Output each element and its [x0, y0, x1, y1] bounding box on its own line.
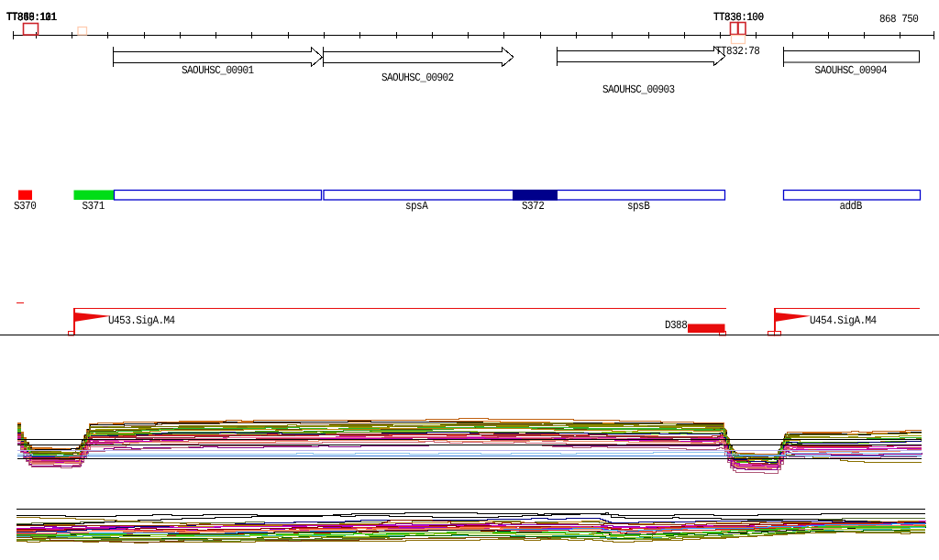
- svg-text:SAOUHSC_00902: SAOUHSC_00902: [381, 72, 454, 85]
- svg-text:U454.SigA.M4: U454.SigA.M4: [810, 315, 878, 328]
- svg-text:S370: S370: [14, 201, 36, 214]
- svg-text:TT836:100: TT836:100: [713, 12, 763, 25]
- svg-text:SAOUHSC_00901: SAOUHSC_00901: [182, 65, 255, 78]
- svg-text:S371: S371: [83, 201, 105, 214]
- svg-text:TT853:111: TT853:111: [6, 12, 57, 25]
- svg-text:SAOUHSC_00903: SAOUHSC_00903: [602, 84, 675, 97]
- svg-text:spsB: spsB: [627, 201, 650, 214]
- svg-text:TT832:78: TT832:78: [715, 46, 759, 59]
- svg-text:D388: D388: [665, 320, 687, 333]
- svg-text:spsA: spsA: [405, 201, 428, 214]
- svg-text:addB: addB: [840, 201, 863, 214]
- svg-text:SAOUHSC_00904: SAOUHSC_00904: [815, 65, 889, 78]
- svg-text:U453.SigA.M4: U453.SigA.M4: [108, 315, 176, 328]
- svg-text:868 750: 868 750: [879, 14, 918, 27]
- svg-text:S372: S372: [522, 201, 544, 214]
